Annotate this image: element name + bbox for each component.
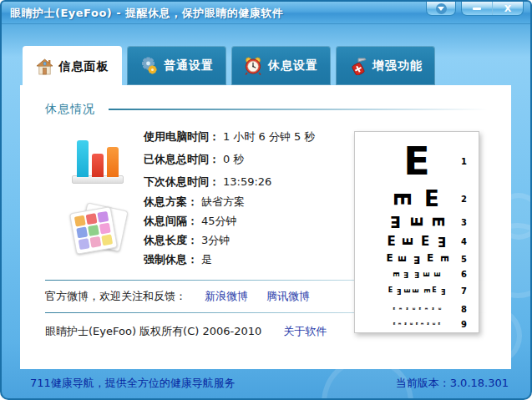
eye-chart-glyph: E xyxy=(393,307,396,310)
eye-chart-glyph: E xyxy=(425,271,431,276)
eye-chart-row-number: 5 xyxy=(461,255,467,264)
sina-weibo-link[interactable]: 新浪微博 xyxy=(205,290,248,302)
eye-chart-glyph: E xyxy=(432,307,434,310)
tab-info-panel[interactable]: 信息面板 xyxy=(23,46,122,87)
tab-general-settings[interactable]: 普通设置 xyxy=(127,46,226,85)
eye-chart-glyph: E xyxy=(398,323,401,326)
tab-rest-settings[interactable]: 休息设置 xyxy=(231,46,331,85)
eye-chart-glyph: E xyxy=(386,255,393,263)
section-title: 休息情况 xyxy=(45,102,95,117)
chevron-down-icon xyxy=(436,3,447,14)
eye-chart-glyph: E xyxy=(438,308,440,311)
bar-chart-icon xyxy=(52,125,144,193)
eye-chart-glyph: E xyxy=(414,271,419,277)
palette-icon xyxy=(52,192,144,269)
plan-stats-group: 休息方案：缺省方案 休息间隔：45分钟 休息长度：3分钟 强制休息：是 xyxy=(52,192,245,269)
window-controls: X xyxy=(426,2,524,16)
eye-chart-glyph: E xyxy=(419,307,422,310)
eye-chart-glyph: E xyxy=(388,288,393,293)
weibo-row: 官方微博，欢迎关注和反馈：新浪微博腾讯微博 xyxy=(45,289,310,304)
stat-row-rest-plan: 休息方案：缺省方案 xyxy=(144,192,245,211)
stat-row-computer-time: 使用电脑时间：1 小时 6 分钟 5 秒 xyxy=(144,125,315,148)
tab-enhanced-features[interactable]: 增强功能 xyxy=(336,46,435,85)
eye-chart-glyph: E xyxy=(403,237,413,246)
eye-chart-glyph: E xyxy=(432,217,444,228)
eye-chart-glyph: E xyxy=(397,288,401,293)
eye-chart-glyph: E xyxy=(433,323,435,326)
section-rule xyxy=(109,109,488,110)
eye-chart-glyph: E xyxy=(393,191,411,206)
eye-chart-glyph: E xyxy=(406,307,408,310)
eye-chart-glyph: E xyxy=(403,271,408,277)
about-software-link[interactable]: 关于软件 xyxy=(283,325,327,337)
window-title: 眼睛护士(EyeFoo) - 提醒休息，保护眼睛的健康软件 xyxy=(10,6,283,21)
close-button[interactable]: X xyxy=(493,2,523,16)
section-header: 休息情况 xyxy=(45,102,488,117)
eye-chart-glyph: E xyxy=(425,308,428,311)
eye-chart-row-number: 8 xyxy=(461,305,467,314)
eye-chart-glyph: E xyxy=(421,323,423,326)
eye-chart-row-number: 3 xyxy=(461,218,467,227)
minimize-icon xyxy=(473,8,481,10)
eye-chart-glyph: E xyxy=(405,289,410,293)
version-label: 当前版本：3.0.18.301 xyxy=(396,376,509,391)
eye-chart-glyph: E xyxy=(421,236,429,246)
eye-chart-glyph: E xyxy=(436,271,442,276)
gear-icon xyxy=(139,57,158,75)
copyright-text: 眼睛护士(EyeFoo) 版权所有(C) 2006-2010 xyxy=(45,325,261,337)
eye-chart-glyph: E xyxy=(438,322,441,325)
stat-row-rest-length: 休息长度：3分钟 xyxy=(144,230,245,250)
title-bar: 眼睛护士(EyeFoo) - 提醒休息，保护眼睛的健康软件 X xyxy=(2,2,530,24)
eye-chart-glyph: E xyxy=(423,289,428,293)
minimize-button[interactable] xyxy=(462,2,492,16)
health-nav-link[interactable]: 711健康导航，提供全方位的健康导航服务 xyxy=(30,376,236,391)
eye-chart-row-number: 4 xyxy=(461,237,467,246)
eye-chart-glyph: E xyxy=(440,256,448,262)
eye-chart-row-number: 2 xyxy=(461,195,467,204)
stat-row-rested-time: 已休息总时间：0 秒 xyxy=(144,148,315,170)
eye-chart-glyph: E xyxy=(424,190,439,208)
eye-chart-glyph: E xyxy=(441,288,445,293)
tab-label: 增强功能 xyxy=(372,58,423,73)
eye-chart-glyph: E xyxy=(414,289,419,293)
eye-chart-glyph: E xyxy=(427,322,429,325)
eye-chart-glyph: E xyxy=(410,217,423,228)
eye-chart-glyph: E xyxy=(392,271,398,276)
close-icon: X xyxy=(504,3,511,14)
tab-bar: 信息面板 普 xyxy=(23,46,435,87)
eye-chart-row-number: 1 xyxy=(461,157,467,166)
usage-rows: 使用电脑时间：1 小时 6 分钟 5 秒 已休息总时间：0 秒 下次休息时间：1… xyxy=(144,125,315,193)
copyright-row: 眼睛护士(EyeFoo) 版权所有(C) 2006-2010关于软件 xyxy=(45,324,327,339)
eye-chart-row-number: 6 xyxy=(461,270,467,279)
usage-stats-group: 使用电脑时间：1 小时 6 分钟 5 秒 已休息总时间：0 秒 下次休息时间：1… xyxy=(52,125,315,193)
eye-chart-glyph: E xyxy=(432,288,436,293)
eye-chart-row-number: 9 xyxy=(461,320,467,329)
swiss-knife-icon xyxy=(348,57,367,75)
tab-label: 信息面板 xyxy=(59,59,109,74)
plan-rows: 休息方案：缺省方案 休息间隔：45分钟 休息长度：3分钟 强制休息：是 xyxy=(144,192,245,269)
stat-row-rest-interval: 休息间隔：45分钟 xyxy=(144,211,245,230)
stat-row-next-rest: 下次休息时间：13:59:26 xyxy=(144,170,315,193)
eye-chart-glyph: E xyxy=(393,322,396,325)
eye-chart-glyph: E xyxy=(413,308,415,311)
window-control-capsule: X xyxy=(461,2,524,16)
eye-chart-glyph: E xyxy=(388,236,396,246)
eye-chart-glyph: E xyxy=(403,146,429,177)
eye-chart-glyph: E xyxy=(427,255,433,263)
eye-chart-glyph: E xyxy=(404,322,407,325)
tab-label: 休息设置 xyxy=(268,58,318,73)
eye-chart-glyph: E xyxy=(416,322,418,325)
weibo-text: 官方微博，欢迎关注和反馈： xyxy=(45,290,186,302)
eye-chart-row-number: 7 xyxy=(461,286,467,296)
eye-chart-glyph: E xyxy=(410,323,413,326)
tencent-weibo-link[interactable]: 腾讯微博 xyxy=(266,290,310,302)
footer-bar: 711健康导航，提供全方位的健康导航服务 当前版本：3.0.18.301 xyxy=(2,366,530,398)
tab-label: 普通设置 xyxy=(164,58,214,73)
menu-button[interactable] xyxy=(426,2,456,16)
eye-chart-glyph: E xyxy=(390,215,401,228)
stat-row-forced-rest: 强制休息：是 xyxy=(144,250,245,269)
eye-chart-glyph: E xyxy=(399,308,402,311)
eye-chart-glyph: E xyxy=(413,255,420,263)
house-icon xyxy=(36,58,53,75)
content-panel: 休息情况 使用电脑时间：1 小时 6 分钟 5 秒 已休息总时间：0 秒 下次休… xyxy=(20,85,511,369)
